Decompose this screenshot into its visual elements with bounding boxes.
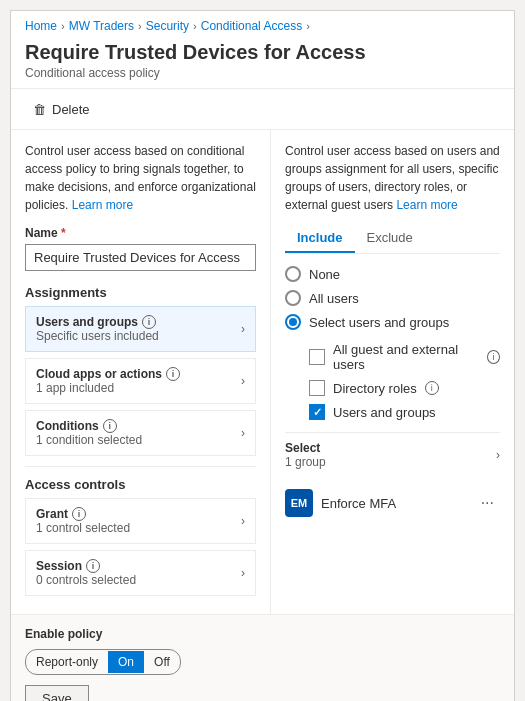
page-container: Home › MW Traders › Security › Condition… bbox=[10, 10, 515, 701]
cloud-apps-info-icon: i bbox=[166, 367, 180, 381]
select-row-content: Select 1 group bbox=[285, 441, 326, 469]
users-groups-assignment[interactable]: Users and groups i Specific users includ… bbox=[25, 306, 256, 352]
page-header: Require Trusted Devices for Access Condi… bbox=[11, 37, 514, 89]
breadcrumb-conditional-access[interactable]: Conditional Access bbox=[201, 19, 302, 33]
radio-group: None All users Select users and groups bbox=[285, 266, 500, 330]
grant-info-icon: i bbox=[72, 507, 86, 521]
grant-value: 1 control selected bbox=[36, 521, 241, 535]
radio-all-users-label: All users bbox=[309, 291, 359, 306]
page-subtitle: Conditional access policy bbox=[25, 66, 500, 80]
group-avatar: EM bbox=[285, 489, 313, 517]
conditions-value: 1 condition selected bbox=[36, 433, 241, 447]
session-title: Session i bbox=[36, 559, 241, 573]
page-title: Require Trusted Devices for Access bbox=[25, 41, 500, 64]
group-name: Enforce MFA bbox=[321, 496, 475, 511]
radio-select-users-label: Select users and groups bbox=[309, 315, 449, 330]
toggle-report-only[interactable]: Report-only bbox=[26, 651, 108, 673]
checkbox-users-groups[interactable]: Users and groups bbox=[309, 404, 500, 420]
assignments-divider bbox=[25, 466, 256, 467]
enable-policy-label: Enable policy bbox=[25, 627, 500, 641]
breadcrumb-mw-traders[interactable]: MW Traders bbox=[69, 19, 134, 33]
radio-all-users[interactable]: All users bbox=[285, 290, 500, 306]
users-groups-chevron: › bbox=[241, 322, 245, 336]
delete-button[interactable]: 🗑 Delete bbox=[25, 97, 96, 121]
delete-icon: 🗑 bbox=[31, 101, 47, 117]
session-control[interactable]: Session i 0 controls selected › bbox=[25, 550, 256, 596]
cloud-apps-content: Cloud apps or actions i 1 app included bbox=[36, 367, 241, 395]
conditions-info-icon: i bbox=[103, 419, 117, 433]
left-panel: Control user access based on conditional… bbox=[11, 130, 271, 614]
toggle-row: Report-only On Off bbox=[25, 649, 500, 675]
select-title: Select bbox=[285, 441, 326, 455]
checkbox-directory-roles-label: Directory roles bbox=[333, 381, 417, 396]
grant-title: Grant i bbox=[36, 507, 241, 521]
grant-chevron: › bbox=[241, 514, 245, 528]
right-learn-more-link[interactable]: Learn more bbox=[396, 198, 457, 212]
conditions-assignment[interactable]: Conditions i 1 condition selected › bbox=[25, 410, 256, 456]
tab-include[interactable]: Include bbox=[285, 224, 355, 253]
checkbox-users-groups-box bbox=[309, 404, 325, 420]
left-learn-more-link[interactable]: Learn more bbox=[72, 198, 133, 212]
guest-external-info-icon: i bbox=[487, 350, 500, 364]
breadcrumb: Home › MW Traders › Security › Condition… bbox=[11, 11, 514, 37]
cloud-apps-assignment[interactable]: Cloud apps or actions i 1 app included › bbox=[25, 358, 256, 404]
checkbox-guest-external[interactable]: All guest and external users i bbox=[309, 342, 500, 372]
select-value: 1 group bbox=[285, 455, 326, 469]
radio-none-circle bbox=[285, 266, 301, 282]
users-groups-info-icon: i bbox=[142, 315, 156, 329]
access-controls-title: Access controls bbox=[25, 477, 256, 492]
conditions-chevron: › bbox=[241, 426, 245, 440]
cloud-apps-title: Cloud apps or actions i bbox=[36, 367, 241, 381]
breadcrumb-home[interactable]: Home bbox=[25, 19, 57, 33]
users-groups-content: Users and groups i Specific users includ… bbox=[36, 315, 241, 343]
policy-toggle[interactable]: Report-only On Off bbox=[25, 649, 181, 675]
users-groups-title: Users and groups i bbox=[36, 315, 241, 329]
radio-select-users[interactable]: Select users and groups bbox=[285, 314, 500, 330]
checkbox-directory-roles-box bbox=[309, 380, 325, 396]
toolbar: 🗑 Delete bbox=[11, 89, 514, 130]
checkbox-guest-external-box bbox=[309, 349, 325, 365]
cloud-apps-value: 1 app included bbox=[36, 381, 241, 395]
name-input[interactable] bbox=[25, 244, 256, 271]
main-content: Control user access based on conditional… bbox=[11, 130, 514, 614]
tab-exclude[interactable]: Exclude bbox=[355, 224, 425, 253]
users-groups-value: Specific users included bbox=[36, 329, 241, 343]
select-chevron: › bbox=[496, 448, 500, 462]
conditions-content: Conditions i 1 condition selected bbox=[36, 419, 241, 447]
include-exclude-tabs: Include Exclude bbox=[285, 224, 500, 254]
directory-roles-info-icon: i bbox=[425, 381, 439, 395]
left-description: Control user access based on conditional… bbox=[25, 142, 256, 214]
grant-control[interactable]: Grant i 1 control selected › bbox=[25, 498, 256, 544]
toggle-on[interactable]: On bbox=[108, 651, 144, 673]
session-content: Session i 0 controls selected bbox=[36, 559, 241, 587]
checkbox-guest-external-label: All guest and external users bbox=[333, 342, 479, 372]
select-row[interactable]: Select 1 group › bbox=[285, 432, 500, 477]
cloud-apps-chevron: › bbox=[241, 374, 245, 388]
assignments-section-title: Assignments bbox=[25, 285, 256, 300]
delete-label: Delete bbox=[52, 102, 90, 117]
group-item: EM Enforce MFA ··· bbox=[285, 481, 500, 521]
name-field-label: Name * bbox=[25, 226, 256, 240]
conditions-title: Conditions i bbox=[36, 419, 241, 433]
session-chevron: › bbox=[241, 566, 245, 580]
checkbox-directory-roles[interactable]: Directory roles i bbox=[309, 380, 500, 396]
grant-content: Grant i 1 control selected bbox=[36, 507, 241, 535]
radio-select-users-circle bbox=[285, 314, 301, 330]
toggle-off[interactable]: Off bbox=[144, 651, 180, 673]
radio-none[interactable]: None bbox=[285, 266, 500, 282]
checkbox-users-groups-label: Users and groups bbox=[333, 405, 436, 420]
breadcrumb-security[interactable]: Security bbox=[146, 19, 189, 33]
sub-options: All guest and external users i Directory… bbox=[285, 342, 500, 420]
footer: Enable policy Report-only On Off Save bbox=[11, 614, 514, 701]
radio-all-users-circle bbox=[285, 290, 301, 306]
radio-none-label: None bbox=[309, 267, 340, 282]
required-star: * bbox=[58, 226, 66, 240]
right-description: Control user access based on users and g… bbox=[285, 142, 500, 214]
right-panel: Control user access based on users and g… bbox=[271, 130, 514, 614]
more-options-icon[interactable]: ··· bbox=[475, 492, 500, 514]
save-button[interactable]: Save bbox=[25, 685, 89, 701]
session-info-icon: i bbox=[86, 559, 100, 573]
session-value: 0 controls selected bbox=[36, 573, 241, 587]
